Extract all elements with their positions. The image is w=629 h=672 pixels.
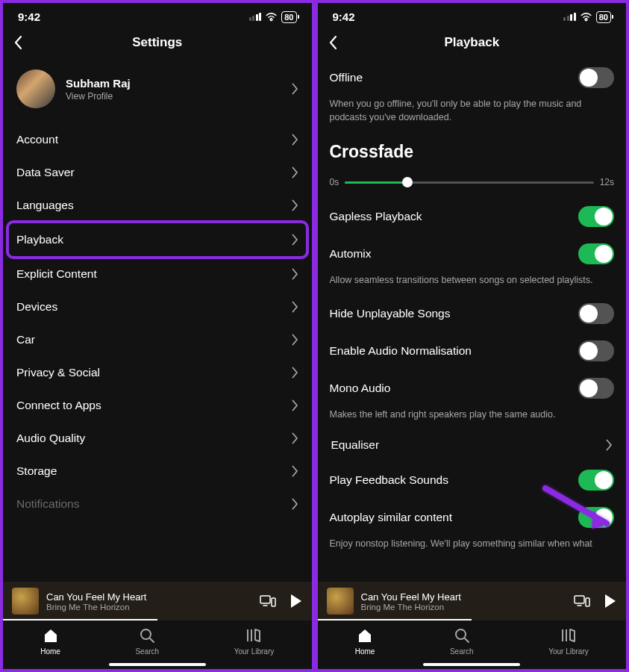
nav-search[interactable]: Search <box>135 626 159 656</box>
track-artist: Bring Me The Horizon <box>361 603 461 612</box>
toggle-row-play-feedback-sounds: Play Feedback Sounds <box>330 461 615 499</box>
page-title: Playback <box>444 35 499 50</box>
toggle-switch[interactable] <box>578 340 614 361</box>
menu-label: Languages <box>16 199 74 212</box>
svg-rect-1 <box>272 598 275 606</box>
toggle-label: Autoplay similar content <box>330 511 453 524</box>
chevron-right-icon <box>292 367 298 379</box>
settings-item-devices[interactable]: Devices <box>15 290 300 323</box>
chevron-right-icon <box>292 498 298 510</box>
offline-desc: When you go offline, you'll only be able… <box>330 96 615 131</box>
slider-min: 0s <box>330 177 339 187</box>
equaliser-row[interactable]: Equaliser <box>330 429 615 461</box>
menu-label: Explicit Content <box>16 267 97 281</box>
offline-row: Offline <box>330 59 615 96</box>
now-playing-bar[interactable]: Can You Feel My Heart Bring Me The Horiz… <box>318 582 627 620</box>
track-title: Can You Feel My Heart <box>361 591 461 603</box>
menu-label: Audio Quality <box>16 432 85 445</box>
devices-icon[interactable] <box>574 594 590 608</box>
toggle-label: Mono Audio <box>330 382 391 395</box>
nav-search[interactable]: Search <box>450 626 474 656</box>
svg-point-2 <box>141 629 151 639</box>
settings-item-connect-to-apps[interactable]: Connect to Apps <box>15 389 300 422</box>
home-icon <box>42 626 60 644</box>
search-icon <box>138 626 156 644</box>
status-icons: 80 <box>249 11 297 23</box>
chevron-right-icon <box>292 465 298 477</box>
now-playing-bar[interactable]: Can You Feel My Heart Bring Me The Horiz… <box>3 582 312 620</box>
svg-point-5 <box>456 629 466 639</box>
toggle-row-mono-audio: Mono Audio <box>330 370 615 407</box>
settings-item-explicit-content[interactable]: Explicit Content <box>15 258 300 290</box>
chevron-right-icon <box>292 301 298 313</box>
nav-library[interactable]: Your Library <box>548 626 589 656</box>
playback-content[interactable]: Offline When you go offline, you'll only… <box>318 59 627 582</box>
nav-search-label: Search <box>135 647 159 656</box>
toggle-row-autoplay-similar-content: Autoplay similar content <box>330 499 615 536</box>
toggle-label: Enable Audio Normalisation <box>330 344 472 358</box>
settings-item-storage[interactable]: Storage <box>15 455 300 488</box>
status-bar: 9:42 80 <box>3 3 312 26</box>
crossfade-title: Crossfade <box>330 131 615 169</box>
back-button[interactable] <box>328 35 337 50</box>
toggle-switch[interactable] <box>578 470 614 491</box>
toggle-switch[interactable] <box>578 378 614 399</box>
wifi-icon <box>265 12 278 22</box>
menu-label: Notifications <box>16 497 79 511</box>
chevron-right-icon <box>292 432 298 444</box>
play-icon[interactable] <box>290 594 303 609</box>
nav-library[interactable]: Your Library <box>234 626 275 656</box>
toggle-row-enable-audio-normalisation: Enable Audio Normalisation <box>330 332 615 370</box>
profile-name: Subham Raj <box>66 77 131 90</box>
settings-item-audio-quality[interactable]: Audio Quality <box>15 422 300 455</box>
crossfade-slider[interactable] <box>345 181 593 184</box>
svg-rect-0 <box>260 596 270 603</box>
menu-label: Privacy & Social <box>16 366 100 379</box>
toggle-row-automix: Automix <box>330 235 615 273</box>
back-button[interactable] <box>13 35 22 50</box>
battery-icon: 80 <box>596 11 611 23</box>
toggle-switch[interactable] <box>578 303 614 324</box>
offline-label: Offline <box>330 71 363 84</box>
wifi-icon <box>580 12 592 22</box>
track-artist: Bring Me The Horizon <box>46 603 146 612</box>
page-title: Settings <box>132 35 182 50</box>
profile-row[interactable]: Subham Raj View Profile <box>15 59 300 123</box>
toggle-row-hide-unplayable-songs: Hide Unplayable Songs <box>330 295 615 332</box>
search-icon <box>453 626 471 644</box>
playback-progress <box>318 619 472 620</box>
signal-icon <box>249 13 262 21</box>
signal-icon <box>563 13 576 21</box>
settings-item-data-saver[interactable]: Data Saver <box>15 156 300 189</box>
status-time: 9:42 <box>333 10 355 23</box>
toggle-switch[interactable] <box>578 507 614 528</box>
settings-item-car[interactable]: Car <box>15 323 300 356</box>
toggle-switch[interactable] <box>578 243 614 264</box>
chevron-right-icon <box>292 399 298 411</box>
nav-library-label: Your Library <box>548 647 589 656</box>
devices-icon[interactable] <box>260 594 276 608</box>
bottom-nav: Home Search Your Library <box>3 620 312 659</box>
offline-toggle[interactable] <box>578 67 614 88</box>
nav-home[interactable]: Home <box>40 626 60 656</box>
library-icon <box>560 626 578 644</box>
toggle-desc: Allow seamless transitions between songs… <box>330 273 615 295</box>
play-icon[interactable] <box>604 594 617 609</box>
settings-item-notifications[interactable]: Notifications <box>15 488 300 520</box>
menu-label: Storage <box>16 464 57 478</box>
settings-content[interactable]: Subham Raj View Profile AccountData Save… <box>3 59 312 582</box>
settings-item-privacy-social[interactable]: Privacy & Social <box>15 356 300 389</box>
toggle-switch[interactable] <box>578 206 614 227</box>
settings-item-playback[interactable]: Playback <box>9 223 306 256</box>
library-icon <box>245 626 263 644</box>
battery-icon: 80 <box>281 11 296 23</box>
nav-home[interactable]: Home <box>355 626 375 656</box>
settings-item-account[interactable]: Account <box>15 123 300 156</box>
chevron-right-icon <box>292 199 298 211</box>
toggle-desc: Enjoy nonstop listening. We'll play some… <box>330 536 615 559</box>
settings-item-languages[interactable]: Languages <box>15 189 300 222</box>
nav-home-label: Home <box>355 647 375 656</box>
menu-label: Car <box>16 333 35 346</box>
toggle-label: Hide Unplayable Songs <box>330 307 451 320</box>
menu-label: Data Saver <box>16 166 75 179</box>
